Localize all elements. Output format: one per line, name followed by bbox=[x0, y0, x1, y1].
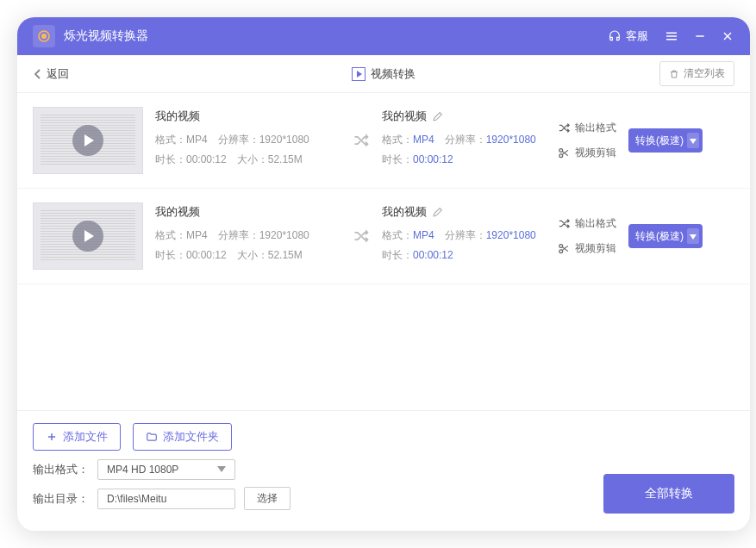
edit-icon[interactable] bbox=[432, 111, 443, 122]
source-name: 我的视频 bbox=[155, 109, 341, 124]
add-folder-button[interactable]: 添加文件夹 bbox=[133, 423, 232, 451]
output-format-label: 输出格式： bbox=[33, 462, 89, 477]
app-logo-icon bbox=[33, 25, 55, 47]
play-icon bbox=[72, 221, 103, 252]
topbar: 返回 视频转换 清空列表 bbox=[17, 55, 750, 93]
svg-marker-20 bbox=[217, 466, 226, 472]
svg-point-8 bbox=[559, 149, 563, 153]
output-format-action[interactable]: 输出格式 bbox=[558, 121, 616, 135]
svg-marker-12 bbox=[690, 139, 697, 144]
footer: 添加文件 添加文件夹 输出格式： MP4 HD 1080P 输出目录： D:\f… bbox=[17, 410, 750, 531]
source-info: 我的视频 格式：MP4分辨率：1920*1080 时长：00:00:12大小：5… bbox=[155, 109, 341, 172]
svg-marker-17 bbox=[690, 234, 697, 240]
output-info: 我的视频 格式：MP4分辨率：1920*1080 时长：00:00:12 bbox=[382, 109, 546, 172]
menu-icon[interactable] bbox=[664, 28, 679, 44]
output-format-action[interactable]: 输出格式 bbox=[558, 216, 616, 231]
convert-item-button[interactable]: 转换(极速) bbox=[628, 224, 703, 248]
output-name: 我的视频 bbox=[382, 109, 546, 124]
shuffle-icon bbox=[353, 132, 370, 149]
source-name: 我的视频 bbox=[155, 204, 341, 220]
video-list: 我的视频 格式：MP4分辨率：1920*1080 时长：00:00:12大小：5… bbox=[17, 93, 750, 410]
play-icon bbox=[72, 125, 103, 156]
titlebar: 烁光视频转换器 客服 bbox=[17, 17, 750, 55]
svg-point-13 bbox=[559, 245, 563, 248]
chevron-down-icon[interactable] bbox=[687, 133, 699, 148]
support-button[interactable]: 客服 bbox=[608, 28, 648, 44]
output-format-select[interactable]: MP4 HD 1080P bbox=[97, 459, 235, 480]
output-name: 我的视频 bbox=[382, 204, 546, 220]
svg-point-1 bbox=[42, 34, 47, 39]
close-icon[interactable] bbox=[721, 29, 734, 43]
output-dir-label: 输出目录： bbox=[33, 491, 89, 507]
add-file-button[interactable]: 添加文件 bbox=[33, 423, 121, 451]
back-button[interactable]: 返回 bbox=[33, 66, 69, 82]
item-actions: 输出格式 视频剪辑 bbox=[558, 216, 616, 256]
app-window: 烁光视频转换器 客服 返回 视频转换 清空列表 bbox=[17, 17, 750, 531]
app-title: 烁光视频转换器 bbox=[64, 28, 608, 44]
list-item: 我的视频 格式：MP4分辨率：1920*1080 时长：00:00:12大小：5… bbox=[17, 189, 750, 284]
video-thumbnail[interactable] bbox=[33, 107, 143, 174]
convert-item-button[interactable]: 转换(极速) bbox=[628, 128, 703, 153]
video-trim-action[interactable]: 视频剪辑 bbox=[558, 146, 616, 160]
chevron-down-icon[interactable] bbox=[687, 228, 699, 244]
svg-point-9 bbox=[559, 154, 563, 158]
video-convert-icon bbox=[352, 67, 366, 81]
svg-point-14 bbox=[559, 250, 563, 253]
source-info: 我的视频 格式：MP4分辨率：1920*1080 时长：00:00:12大小：5… bbox=[155, 204, 341, 268]
clear-list-button[interactable]: 清空列表 bbox=[659, 61, 734, 86]
output-info: 我的视频 格式：MP4分辨率：1920*1080 时长：00:00:12 bbox=[382, 204, 546, 268]
page-title: 视频转换 bbox=[352, 66, 415, 82]
browse-button[interactable]: 选择 bbox=[244, 487, 291, 510]
list-item: 我的视频 格式：MP4分辨率：1920*1080 时长：00:00:12大小：5… bbox=[17, 93, 750, 189]
video-trim-action[interactable]: 视频剪辑 bbox=[558, 241, 616, 256]
output-dir-input[interactable]: D:\files\Meitu bbox=[97, 489, 235, 509]
convert-all-button[interactable]: 全部转换 bbox=[603, 474, 734, 514]
item-actions: 输出格式 视频剪辑 bbox=[558, 121, 616, 160]
minimize-icon[interactable] bbox=[693, 29, 707, 43]
edit-icon[interactable] bbox=[432, 207, 443, 218]
shuffle-icon bbox=[353, 227, 370, 245]
video-thumbnail[interactable] bbox=[33, 202, 143, 270]
